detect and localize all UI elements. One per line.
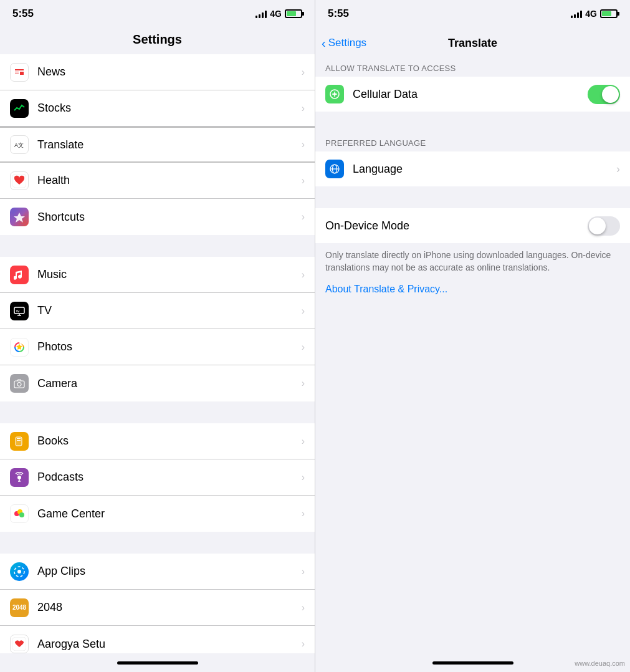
appclips-label: App Clips: [37, 565, 302, 578]
settings-list: News › Stocks › A文: [0, 54, 315, 653]
settings-group-1: News › Stocks › A文: [0, 54, 315, 235]
left-signal-icon: [255, 9, 267, 18]
gamecenter-label: Game Center: [37, 507, 302, 521]
health-label: Health: [37, 174, 302, 187]
svg-rect-10: [14, 381, 24, 388]
ondevice-toggle[interactable]: [588, 216, 620, 236]
music-icon: [10, 266, 29, 284]
appclips-icon: [10, 562, 29, 581]
2048-label: 2048: [37, 601, 302, 614]
tv-label: TV: [37, 304, 302, 317]
ondevice-description: Only translate directly on iPhone using …: [315, 243, 630, 280]
2048-icon: 2048: [10, 598, 29, 617]
language-label: Language: [353, 163, 616, 176]
language-row[interactable]: Language ›: [315, 151, 630, 186]
left-time: 5:55: [12, 7, 34, 20]
settings-item-tv[interactable]: tv TV ›: [0, 293, 315, 329]
gamecenter-chevron: ›: [302, 508, 305, 519]
books-icon: [10, 432, 29, 451]
svg-point-25: [333, 93, 336, 95]
stocks-icon: [10, 99, 29, 118]
svg-rect-13: [17, 438, 21, 439]
settings-item-stocks[interactable]: Stocks ›: [0, 90, 315, 127]
cellular-icon: [325, 85, 344, 103]
right-spacer-1: [315, 112, 630, 133]
language-section: Language ›: [315, 151, 630, 186]
settings-item-translate[interactable]: A文 Translate ›: [0, 127, 315, 163]
tv-chevron: ›: [302, 305, 305, 317]
camera-icon: [10, 374, 29, 393]
left-panel: 5:55 4G Settings: [0, 0, 315, 672]
separator-3: [0, 532, 315, 554]
health-chevron: ›: [302, 175, 305, 186]
tv-icon: tv: [10, 302, 29, 320]
translate-icon: A文: [10, 135, 29, 154]
right-spacer-2: [315, 186, 630, 208]
settings-item-shortcuts[interactable]: Shortcuts ›: [0, 199, 315, 235]
svg-point-11: [17, 383, 21, 386]
settings-item-2048[interactable]: 2048 2048 ›: [0, 590, 315, 626]
cellular-data-row[interactable]: Cellular Data: [315, 77, 630, 112]
settings-item-camera[interactable]: Camera ›: [0, 365, 315, 401]
ondevice-section: On-Device Mode: [315, 208, 630, 243]
translate-chevron: ›: [302, 139, 305, 150]
books-label: Books: [37, 434, 302, 448]
settings-item-books[interactable]: Books ›: [0, 423, 315, 459]
news-icon: [10, 63, 29, 82]
aarogya-icon: [10, 635, 29, 653]
allow-section: Cellular Data: [315, 77, 630, 112]
svg-rect-0: [12, 65, 26, 79]
right-panel: 5:55 4G ‹ Settings Translate ALLOW TRANS…: [315, 0, 630, 672]
back-label: Settings: [328, 37, 366, 49]
2048-chevron: ›: [302, 602, 305, 613]
language-icon: [325, 160, 344, 178]
right-status-icons: 4G: [571, 9, 618, 19]
separator-1: [0, 235, 315, 257]
settings-group-4: App Clips › 2048 2048 › Aarogya Setu ›: [0, 554, 315, 653]
shortcuts-chevron: ›: [302, 211, 305, 223]
stocks-chevron: ›: [302, 103, 305, 114]
settings-item-news[interactable]: News ›: [0, 54, 315, 90]
svg-point-20: [19, 512, 24, 517]
settings-item-gamecenter[interactable]: Game Center ›: [0, 496, 315, 532]
gamecenter-icon: [10, 504, 29, 523]
news-chevron: ›: [302, 67, 305, 78]
camera-chevron: ›: [302, 378, 305, 389]
language-chevron: ›: [616, 163, 620, 176]
settings-item-aarogya[interactable]: Aarogya Setu ›: [0, 626, 315, 653]
right-nav: ‹ Settings Translate: [315, 27, 630, 59]
cellular-toggle[interactable]: [588, 85, 620, 104]
appclips-chevron: ›: [302, 566, 305, 577]
settings-item-health[interactable]: Health ›: [0, 163, 315, 199]
music-chevron: ›: [302, 269, 305, 281]
right-signal-icon: [571, 9, 582, 18]
watermark: www.deuaq.com: [575, 660, 625, 667]
back-button[interactable]: ‹ Settings: [322, 36, 366, 50]
left-page-title: Settings: [0, 27, 315, 54]
settings-item-photos[interactable]: Photos ›: [0, 329, 315, 365]
privacy-link[interactable]: About Translate & Privacy...: [315, 280, 630, 299]
back-chevron-icon: ‹: [322, 36, 326, 50]
shortcuts-icon: [10, 208, 29, 226]
left-battery-icon: [285, 9, 302, 18]
settings-group-3: Books › Podcasts ›: [0, 423, 315, 532]
podcasts-chevron: ›: [302, 472, 305, 483]
svg-text:tv: tv: [16, 309, 20, 313]
svg-rect-14: [17, 440, 21, 441]
settings-item-podcasts[interactable]: Podcasts ›: [0, 459, 315, 496]
ondevice-row[interactable]: On-Device Mode: [315, 208, 630, 243]
right-time: 5:55: [328, 7, 349, 20]
right-battery-icon: [600, 9, 618, 18]
podcasts-label: Podcasts: [37, 471, 302, 484]
left-status-bar: 5:55 4G: [0, 0, 315, 27]
translate-label: Translate: [37, 138, 302, 151]
photos-chevron: ›: [302, 342, 305, 353]
stocks-label: Stocks: [37, 102, 302, 115]
settings-item-music[interactable]: Music ›: [0, 257, 315, 293]
language-section-header: PREFERRED LANGUAGE: [315, 133, 630, 151]
left-status-icons: 4G: [255, 9, 302, 19]
aarogya-chevron: ›: [302, 638, 305, 650]
settings-item-appclips[interactable]: App Clips ›: [0, 554, 315, 590]
aarogya-label: Aarogya Setu: [37, 638, 302, 651]
left-network: 4G: [270, 9, 282, 19]
